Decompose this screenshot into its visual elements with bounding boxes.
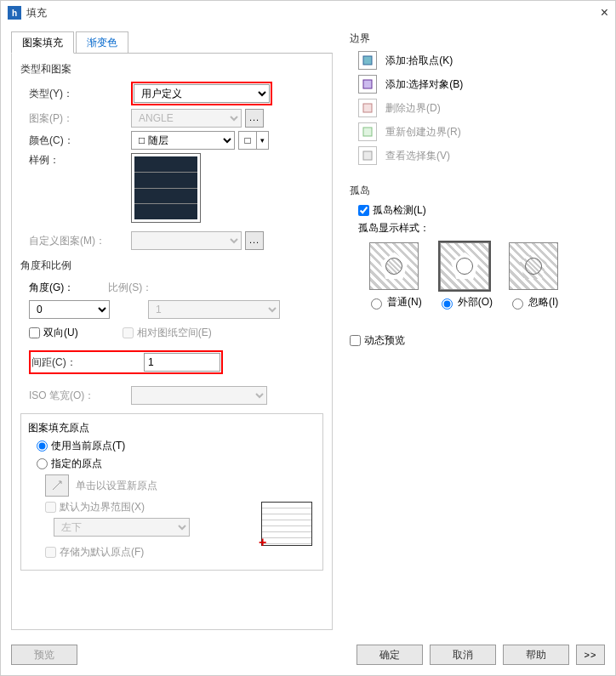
type-label: 类型(Y)： <box>29 87 131 101</box>
spacing-label: 间距(C)： <box>31 355 144 370</box>
help-button[interactable]: 帮助 <box>503 645 569 665</box>
pick-origin-icon <box>45 474 69 497</box>
iso-pen-label: ISO 笔宽(O)： <box>29 389 131 403</box>
origin-preview-thumb: + <box>261 502 312 546</box>
preview-button: 预览 <box>11 645 77 665</box>
cancel-button[interactable]: 取消 <box>430 645 496 665</box>
custom-browse-button[interactable]: ... <box>245 231 264 250</box>
island-outer-radio[interactable]: 外部(O) <box>437 295 493 310</box>
angle-label: 角度(G)： <box>29 281 74 295</box>
island-normal-radio[interactable]: 普通(N) <box>367 295 422 310</box>
add-pick-point-button[interactable]: 添加:拾取点(K) <box>350 51 605 70</box>
sample-label: 样例： <box>29 153 131 168</box>
tab-pattern-fill[interactable]: 图案填充 <box>11 31 74 54</box>
angle-select[interactable]: 0 <box>29 300 110 319</box>
iso-pen-select <box>131 386 267 405</box>
view-selection-icon <box>358 146 377 165</box>
pattern-select: ANGLE <box>131 109 242 128</box>
svg-rect-1 <box>363 80 372 88</box>
origin-section-title: 图案填充原点 <box>28 421 316 435</box>
window-title: 填充 <box>26 6 47 20</box>
type-select[interactable]: 用户定义 <box>134 84 270 103</box>
store-default-origin-checkbox: 存储为默认原点(F) <box>45 545 316 560</box>
origin-position-select: 左下 <box>54 518 190 537</box>
close-icon[interactable]: × <box>601 5 608 20</box>
titlebar: h 填充 × <box>1 1 615 25</box>
color-swatch-control[interactable]: □ ▾ <box>238 131 269 150</box>
svg-rect-4 <box>363 151 372 160</box>
type-pattern-section-title: 类型和图案 <box>20 62 323 77</box>
dynamic-preview-checkbox[interactable]: 动态预览 <box>350 333 605 348</box>
hatch-origin-group: 图案填充原点 使用当前原点(T) 指定的原点 <box>20 413 323 571</box>
origin-crosshair-icon: + <box>259 535 266 550</box>
angle-scale-section-title: 角度和比例 <box>20 258 323 273</box>
add-select-object-button[interactable]: 添加:选择对象(B) <box>350 75 605 94</box>
click-set-origin-label: 单击以设置新原点 <box>76 479 157 493</box>
origin-use-current-radio[interactable]: 使用当前原点(T) <box>37 439 316 453</box>
island-style-label: 孤岛显示样式： <box>358 221 605 236</box>
pick-point-icon <box>358 51 377 70</box>
boundary-section-title: 边界 <box>350 31 605 46</box>
island-detection-checkbox[interactable]: 孤岛检测(L) <box>358 203 605 218</box>
swatch-none-icon: □ <box>244 134 250 146</box>
color-label: 颜色(C)： <box>29 133 131 148</box>
scale-label: 比例(S)： <box>108 281 152 295</box>
color-select[interactable]: □ 随层 <box>131 131 235 150</box>
delete-boundary-icon <box>358 99 377 117</box>
select-object-icon <box>358 75 377 94</box>
view-selection-button: 查看选择集(V) <box>350 146 605 165</box>
double-direction-checkbox[interactable]: 双向(U) <box>29 326 78 340</box>
svg-rect-3 <box>363 128 372 136</box>
sample-preview[interactable] <box>131 153 201 223</box>
origin-specify-radio[interactable]: 指定的原点 <box>37 457 316 471</box>
ok-button[interactable]: 确定 <box>356 645 423 665</box>
relative-paper-checkbox: 相对图纸空间(E) <box>123 326 212 340</box>
island-ignore-thumb[interactable] <box>509 242 558 290</box>
chevron-down-icon: ▾ <box>257 131 269 150</box>
svg-rect-0 <box>363 56 372 65</box>
scale-select: 1 <box>148 300 280 319</box>
pattern-browse-button[interactable]: ... <box>245 109 264 128</box>
custom-pattern-select <box>131 231 242 250</box>
recreate-boundary-icon <box>358 122 377 141</box>
island-outer-thumb[interactable] <box>440 242 489 290</box>
delete-boundary-button: 删除边界(D) <box>350 99 605 117</box>
tab-gradient[interactable]: 渐变色 <box>76 31 128 54</box>
custom-pattern-label: 自定义图案(M)： <box>29 234 131 248</box>
dialog-footer: 预览 确定 取消 帮助 >> <box>1 634 615 675</box>
island-normal-thumb[interactable] <box>369 242 419 290</box>
island-section-title: 孤岛 <box>350 184 605 198</box>
spacing-input[interactable] <box>144 353 220 372</box>
recreate-boundary-button: 重新创建边界(R) <box>350 122 605 141</box>
hatch-dialog: h 填充 × 图案填充 渐变色 类型和图案 类型(Y)： <box>0 0 616 676</box>
expand-button[interactable]: >> <box>576 645 605 665</box>
island-ignore-radio[interactable]: 忽略(I) <box>508 295 558 310</box>
svg-rect-2 <box>363 104 372 112</box>
pattern-label: 图案(P)： <box>29 111 131 126</box>
app-icon: h <box>8 6 21 20</box>
